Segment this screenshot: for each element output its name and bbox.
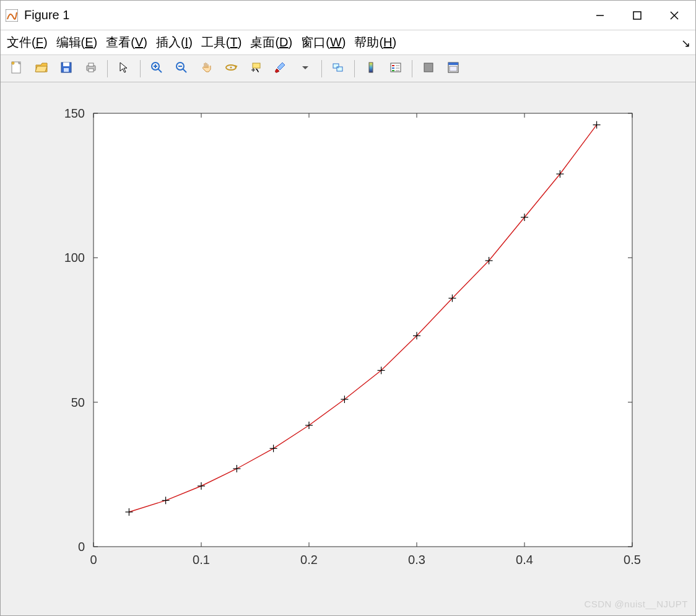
svg-rect-2 <box>633 12 641 19</box>
hide-tools-icon <box>422 61 435 76</box>
svg-rect-35 <box>424 63 433 72</box>
menu-item-w[interactable]: 窗口(W) <box>301 34 346 51</box>
titlebar: Figure 1 <box>1 1 695 30</box>
toolbar <box>1 55 695 82</box>
plot-canvas[interactable]: 00.10.20.30.40.5050100150 CSDN @nuist__N… <box>1 82 695 615</box>
maximize-button[interactable] <box>619 1 656 30</box>
matlab-figure-icon <box>6 9 18 22</box>
pan-button[interactable] <box>195 58 217 79</box>
save-button[interactable] <box>55 58 77 79</box>
zoom-in-button[interactable] <box>146 58 168 79</box>
data-cursor-icon <box>249 61 263 76</box>
svg-point-6 <box>12 62 14 64</box>
toolbar-separator <box>354 60 355 77</box>
menu-item-v[interactable]: 查看(V) <box>106 34 147 51</box>
y-tick-label: 150 <box>64 106 85 120</box>
dropdown-icon <box>298 61 312 76</box>
toolbar-separator <box>321 60 322 77</box>
new-figure-icon <box>10 61 24 76</box>
hide-tools-button[interactable] <box>417 58 440 79</box>
svg-rect-9 <box>64 68 69 72</box>
new-figure-button[interactable] <box>6 58 28 79</box>
svg-rect-11 <box>89 63 94 66</box>
svg-line-14 <box>159 69 162 73</box>
chart-svg[interactable]: 00.10.20.30.40.5050100150 <box>1 82 695 615</box>
toolbar-separator <box>412 60 412 77</box>
menu-item-h[interactable]: 帮助(H) <box>354 34 396 51</box>
x-tick-label: 0.5 <box>624 553 641 566</box>
colorbar-icon <box>364 61 378 76</box>
rotate-3d-icon <box>224 61 238 76</box>
dock-arrow-icon[interactable]: ↘ <box>681 37 690 50</box>
zoom-in-icon <box>150 61 163 76</box>
link-axes-icon <box>331 61 345 76</box>
y-tick-label: 100 <box>64 251 85 264</box>
svg-point-21 <box>230 67 232 69</box>
y-tick-label: 50 <box>71 396 85 409</box>
y-tick-label: 0 <box>78 540 85 553</box>
zoom-out-icon <box>175 61 188 76</box>
link-axes-button[interactable] <box>327 58 349 79</box>
menu-item-i[interactable]: 插入(I) <box>156 34 193 51</box>
zoom-out-button[interactable] <box>170 58 193 79</box>
menu-item-d[interactable]: 桌面(D) <box>250 34 292 51</box>
legend-button[interactable] <box>385 58 407 79</box>
menubar: 文件(F)编辑(E)查看(V)插入(I)工具(T)桌面(D)窗口(W)帮助(H)… <box>1 30 695 55</box>
svg-rect-37 <box>448 63 458 65</box>
print-button[interactable] <box>80 58 102 79</box>
window-title: Figure 1 <box>24 8 581 22</box>
legend-icon <box>389 61 402 76</box>
svg-rect-38 <box>450 66 457 71</box>
rotate-3d-button[interactable] <box>220 58 242 79</box>
close-button[interactable] <box>656 1 693 30</box>
svg-rect-8 <box>63 63 69 66</box>
axes-box[interactable] <box>94 113 632 547</box>
svg-line-18 <box>183 69 187 73</box>
open-button[interactable] <box>30 58 53 79</box>
show-tools-icon <box>446 61 460 76</box>
show-tools-button[interactable] <box>442 58 464 79</box>
dropdown-button[interactable] <box>294 58 316 79</box>
menu-item-f[interactable]: 文件(F) <box>7 34 48 51</box>
x-tick-label: 0 <box>90 553 97 566</box>
x-tick-label: 0.4 <box>516 553 533 566</box>
arrow-pointer-button[interactable] <box>113 58 135 79</box>
brush-icon <box>274 61 287 76</box>
brush-button[interactable] <box>269 58 292 79</box>
data-cursor-button[interactable] <box>245 58 267 79</box>
svg-rect-22 <box>253 63 260 68</box>
pan-icon <box>199 61 213 76</box>
arrow-pointer-icon <box>117 61 131 76</box>
menu-item-t[interactable]: 工具(T) <box>201 34 242 51</box>
print-icon <box>84 61 98 76</box>
toolbar-separator <box>140 60 141 77</box>
x-tick-label: 0.1 <box>193 553 210 566</box>
toolbar-separator <box>107 60 108 77</box>
x-tick-label: 0.3 <box>408 553 425 566</box>
save-icon <box>59 61 73 76</box>
menu-item-e[interactable]: 编辑(E) <box>56 34 98 51</box>
figure-window: Figure 1 文件(F)编辑(E)查看(V)插入(I)工具(T)桌面(D)窗… <box>0 0 696 616</box>
minimize-button[interactable] <box>581 1 619 30</box>
colorbar-button[interactable] <box>360 58 382 79</box>
svg-rect-12 <box>89 69 94 72</box>
open-icon <box>35 61 48 76</box>
x-tick-label: 0.2 <box>300 553 318 566</box>
svg-rect-27 <box>369 63 373 72</box>
